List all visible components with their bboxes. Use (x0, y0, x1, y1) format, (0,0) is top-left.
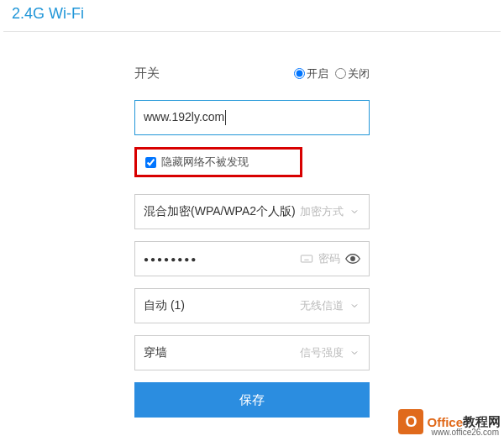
radio-on-label: 开启 (307, 66, 328, 81)
divider (3, 31, 501, 32)
chevron-down-icon (349, 300, 360, 312)
radio-on-input[interactable] (294, 68, 305, 79)
encryption-value: 混合加密(WPA/WPA2个人版) (144, 204, 300, 219)
ssid-input[interactable]: www.192ly.com (134, 100, 370, 135)
save-button[interactable]: 保存 (134, 382, 370, 418)
encryption-select[interactable]: 混合加密(WPA/WPA2个人版) 加密方式 (134, 194, 370, 229)
signal-placeholder: 信号强度 (300, 345, 344, 360)
radio-off-input[interactable] (335, 68, 346, 79)
wifi-switch-row: 开关 开启 关闭 (134, 66, 370, 81)
password-value: ●●●●●●●● (144, 255, 300, 264)
chevron-down-icon (349, 347, 360, 359)
signal-value: 穿墙 (144, 345, 300, 360)
text-cursor (225, 110, 226, 125)
watermark-url: www.office26.com (432, 428, 499, 436)
switch-radio-group: 开启 关闭 (294, 66, 370, 81)
radio-off-label: 关闭 (348, 66, 370, 81)
wifi-form: 开关 开启 关闭 www.192ly.com 隐藏网络不被发现 混合加密(WPA… (0, 66, 504, 418)
hide-network-checkbox[interactable] (145, 157, 156, 168)
switch-off-radio[interactable]: 关闭 (335, 66, 370, 81)
eye-icon[interactable] (345, 251, 360, 266)
signal-strength-select[interactable]: 穿墙 信号强度 (134, 335, 370, 370)
encryption-placeholder: 加密方式 (300, 204, 344, 219)
keyboard-icon[interactable] (300, 252, 313, 265)
ssid-value: www.192ly.com (144, 110, 360, 125)
switch-label: 开关 (134, 66, 294, 81)
password-input[interactable]: ●●●●●●●● 密码 (134, 241, 370, 276)
hide-network-label: 隐藏网络不被发现 (161, 155, 249, 170)
channel-value: 自动 (1) (144, 298, 300, 313)
svg-point-6 (351, 257, 355, 261)
watermark-logo-icon: O (398, 409, 423, 434)
channel-select[interactable]: 自动 (1) 无线信道 (134, 288, 370, 323)
switch-on-radio[interactable]: 开启 (294, 66, 328, 81)
chevron-down-icon (349, 206, 360, 218)
hide-network-checkbox-row[interactable]: 隐藏网络不被发现 (134, 147, 302, 177)
svg-rect-0 (301, 255, 312, 262)
channel-placeholder: 无线信道 (300, 298, 344, 313)
password-placeholder: 密码 (318, 251, 340, 266)
watermark-brand1: Office (427, 415, 463, 429)
page-title: 2.4G Wi-Fi (0, 0, 504, 31)
